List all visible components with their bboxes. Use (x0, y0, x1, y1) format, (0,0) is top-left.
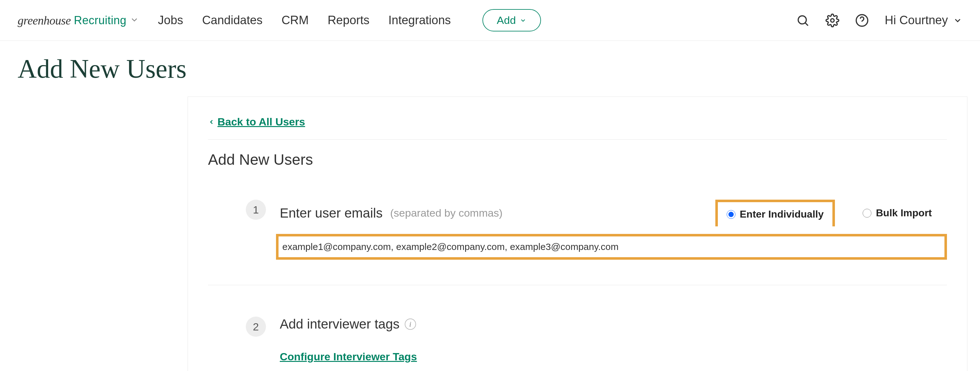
step-2-body: Add interviewer tags i Configure Intervi… (280, 317, 947, 363)
back-link-text: Back to All Users (218, 116, 305, 128)
panel-heading: Add New Users (208, 151, 947, 168)
entry-mode-radio-group: Enter Individually Bulk Import (715, 200, 947, 227)
step-badge-2: 2 (246, 317, 266, 337)
radio-bulk-import-input[interactable] (862, 209, 872, 217)
step-2-title: Add interviewer tags (280, 317, 400, 332)
logo[interactable]: greenhouse Recruiting (18, 14, 139, 27)
radio-bulk-import-label: Bulk Import (876, 207, 932, 219)
add-button[interactable]: Add (482, 9, 541, 32)
step-1-title: Enter user emails (280, 206, 383, 221)
radio-enter-individually-input[interactable] (727, 210, 735, 219)
svg-point-0 (799, 16, 807, 24)
nav-integrations[interactable]: Integrations (388, 14, 451, 27)
chevron-left-icon (208, 119, 215, 125)
add-button-label: Add (497, 14, 516, 26)
user-menu[interactable]: Hi Courtney (885, 14, 963, 27)
logo-product: Recruiting (74, 14, 127, 27)
step-2: 2 Add interviewer tags i Configure Inter… (208, 285, 947, 363)
radio-enter-individually[interactable]: Enter Individually (715, 200, 835, 227)
logo-brand: greenhouse (18, 14, 71, 27)
nav-links: Jobs Candidates CRM Reports Integrations (158, 14, 451, 27)
help-icon[interactable] (855, 14, 869, 27)
step-1-body: Enter user emails (separated by commas) … (280, 200, 947, 260)
chevron-down-icon (130, 15, 139, 26)
step-1-header: Enter user emails (separated by commas) … (280, 200, 947, 227)
page-title: Add New Users (0, 41, 980, 97)
chevron-down-icon (520, 17, 527, 24)
info-icon[interactable]: i (405, 319, 416, 330)
nav-candidates[interactable]: Candidates (202, 14, 262, 27)
radio-bulk-import[interactable]: Bulk Import (854, 201, 941, 225)
divider (208, 139, 947, 140)
step-1: 1 Enter user emails (separated by commas… (208, 168, 947, 260)
svg-line-1 (806, 23, 808, 25)
radio-enter-individually-label: Enter Individually (740, 208, 824, 220)
gear-icon[interactable] (826, 14, 839, 27)
main-panel: Back to All Users Add New Users 1 Enter … (188, 97, 967, 371)
user-greeting-text: Hi Courtney (885, 14, 948, 27)
svg-point-2 (831, 19, 834, 22)
step-1-hint: (separated by commas) (390, 207, 503, 219)
step-2-header: Add interviewer tags i (280, 317, 947, 332)
back-to-all-users-link[interactable]: Back to All Users (208, 116, 305, 128)
search-icon[interactable] (796, 14, 810, 27)
nav-reports[interactable]: Reports (328, 14, 369, 27)
step-badge-1: 1 (246, 200, 266, 220)
configure-interviewer-tags-link[interactable]: Configure Interviewer Tags (280, 350, 417, 363)
nav-jobs[interactable]: Jobs (158, 14, 183, 27)
email-input-highlight (276, 234, 947, 260)
user-emails-input[interactable] (280, 238, 943, 255)
nav-crm[interactable]: CRM (282, 14, 309, 27)
chevron-down-icon (953, 16, 963, 25)
top-nav: greenhouse Recruiting Jobs Candidates CR… (0, 0, 980, 41)
nav-right: Hi Courtney (796, 14, 963, 27)
